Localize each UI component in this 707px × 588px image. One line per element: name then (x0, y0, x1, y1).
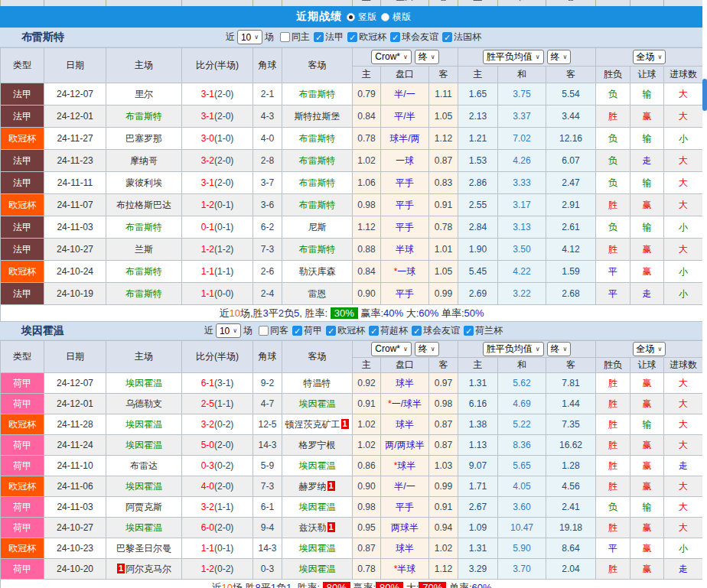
final-select[interactable]: 终∨ (547, 50, 572, 64)
league-badge[interactable]: 欧冠杯 (1, 538, 44, 559)
team-link[interactable]: 兹沃勒 (299, 522, 327, 533)
bookmaker-select[interactable]: Crow*∨ (371, 50, 412, 64)
match-count-select[interactable]: 10∨ (237, 30, 262, 44)
home-odds: 0.98 (353, 497, 381, 518)
avg-home: 1.71 (458, 476, 498, 497)
final-select[interactable]: 终∨ (547, 342, 572, 356)
team-link[interactable]: 埃因霍温 (125, 481, 162, 492)
league-badge[interactable]: 法甲 (1, 239, 44, 261)
team-link[interactable]: 里尔 (135, 89, 153, 99)
team-link[interactable]: 兰斯 (135, 244, 153, 255)
league-badge[interactable]: 荷甲 (1, 435, 44, 456)
horizontal-radio[interactable] (381, 13, 389, 21)
match-date: 24-10-19 (44, 283, 106, 305)
league-badge[interactable]: 荷甲 (1, 518, 44, 538)
league-badge[interactable]: 法甲 (1, 283, 44, 305)
team-link[interactable]: 埃因霍温 (125, 419, 162, 430)
league-checkbox[interactable]: ✓ (412, 326, 422, 336)
team-link[interactable]: 布雷斯特 (125, 266, 162, 277)
chevron-down-icon: ∨ (431, 54, 435, 60)
team-link[interactable]: 勒沃库森 (299, 266, 336, 277)
team-link[interactable]: 布雷斯特 (299, 155, 336, 166)
league-badge[interactable]: 荷甲 (1, 394, 44, 414)
team-link[interactable]: 布雷斯特 (299, 244, 336, 255)
team-link[interactable]: 雷恩 (308, 288, 327, 299)
team-link[interactable]: 顿涅茨克矿工 (285, 419, 340, 430)
league-badge[interactable]: 欧冠杯 (1, 194, 44, 216)
team-link[interactable]: 巴塞罗那 (125, 133, 162, 144)
league-badge[interactable]: 荷甲 (1, 497, 44, 518)
team-link[interactable]: 埃因霍温 (299, 502, 336, 512)
summary-segment: 30% (331, 307, 358, 319)
handicap-result: 赢 (630, 435, 664, 456)
league-badge[interactable]: 法甲 (1, 172, 44, 194)
avg-select[interactable]: 胜平负均值∨ (483, 50, 544, 64)
table-row: 欧冠杯24-11-06埃因霍温4-0(2-0)7-3赫罗纳10.90半/一0.9… (1, 476, 703, 497)
team-link[interactable]: 布雷斯特 (125, 111, 162, 122)
league-checkbox[interactable]: ✓ (326, 326, 336, 336)
team-link[interactable]: 斯特拉斯堡 (295, 111, 340, 122)
summary-segment: 赢率: (358, 307, 383, 319)
same-venue-checkbox[interactable] (259, 326, 269, 336)
team-link[interactable]: 布雷斯特 (125, 222, 162, 232)
final-select[interactable]: 终∨ (415, 342, 439, 356)
goals-result: 小 (664, 538, 703, 559)
team-link[interactable]: 埃因霍温 (125, 522, 162, 533)
team-link[interactable]: 尼斯 (308, 222, 327, 232)
team-link[interactable]: 阿贾克斯 (125, 502, 162, 512)
team-link[interactable]: 布雷斯特 (299, 200, 336, 210)
bookmaker-select[interactable]: Crow*∨ (371, 342, 412, 356)
team-link[interactable]: 布雷达 (130, 460, 158, 471)
team-link[interactable]: 埃因霍温 (299, 543, 336, 554)
league-badge[interactable]: 欧冠杯 (1, 261, 44, 283)
avg-select[interactable]: 胜平负均值∨ (483, 342, 544, 356)
league-badge[interactable]: 法甲 (1, 216, 44, 239)
team-link[interactable]: 乌德勒支 (125, 398, 162, 409)
team-link[interactable]: 埃因霍温 (125, 378, 162, 388)
scrollbar-thumb[interactable] (702, 79, 707, 111)
corner-cell: 7-3 (253, 476, 282, 497)
fulltime-select[interactable]: 全场∨ (633, 50, 666, 64)
league-badge[interactable]: 欧冠杯 (1, 128, 44, 150)
league-badge[interactable]: 荷甲 (1, 559, 44, 580)
avg-home: 1.09 (458, 518, 498, 538)
team-link[interactable]: 特温特 (304, 378, 331, 388)
league-checkbox[interactable]: ✓ (442, 32, 452, 42)
team-link[interactable]: 布拉格斯巴达 (116, 200, 171, 210)
league-badge[interactable]: 法甲 (1, 150, 44, 172)
fulltime-select[interactable]: 全场∨ (633, 342, 666, 356)
team-link[interactable]: 埃因霍温 (125, 440, 162, 450)
vertical-radio[interactable] (347, 13, 355, 21)
match-count-select[interactable]: 10∨ (216, 323, 241, 338)
league-checkbox[interactable]: ✓ (314, 32, 324, 42)
league-badge[interactable]: 欧冠杯 (1, 476, 44, 497)
same-venue-checkbox[interactable] (280, 32, 290, 42)
league-checkbox[interactable]: ✓ (390, 32, 400, 42)
team-link[interactable]: 摩纳哥 (130, 155, 158, 166)
team-link[interactable]: 赫罗纳 (299, 481, 327, 492)
team-link[interactable]: 格罗宁根 (299, 440, 336, 450)
league-checkbox[interactable]: ✓ (292, 326, 302, 336)
final-select[interactable]: 终∨ (415, 50, 439, 64)
league-badge[interactable]: 欧冠杯 (1, 414, 44, 435)
halftime-score: (0-2) (214, 564, 233, 574)
team-link[interactable]: 蒙彼利埃 (125, 177, 162, 188)
team-link[interactable]: 埃因霍温 (299, 460, 336, 471)
league-checkbox[interactable]: ✓ (464, 326, 474, 336)
team-link[interactable]: 埃因霍温 (299, 564, 336, 574)
league-checkbox[interactable]: ✓ (347, 32, 357, 42)
page-scrollbar[interactable] (702, 0, 707, 588)
team-link[interactable]: 巴黎圣日尔曼 (116, 543, 171, 554)
team-link[interactable]: 布雷斯特 (125, 288, 162, 299)
team-link[interactable]: 布雷斯特 (299, 89, 336, 99)
team-link[interactable]: 布雷斯特 (299, 177, 336, 188)
league-checkbox[interactable]: ✓ (369, 326, 379, 336)
team-link[interactable]: 布雷斯特 (299, 133, 336, 144)
team-link[interactable]: 阿尔克马尔 (125, 564, 171, 574)
league-badge[interactable]: 法甲 (1, 106, 44, 128)
handicap-value: 平/半 (394, 111, 415, 122)
team-link[interactable]: 埃因霍温 (299, 398, 336, 409)
league-badge[interactable]: 荷甲 (1, 373, 44, 394)
league-badge[interactable]: 荷甲 (1, 456, 44, 476)
league-badge[interactable]: 法甲 (1, 83, 44, 106)
